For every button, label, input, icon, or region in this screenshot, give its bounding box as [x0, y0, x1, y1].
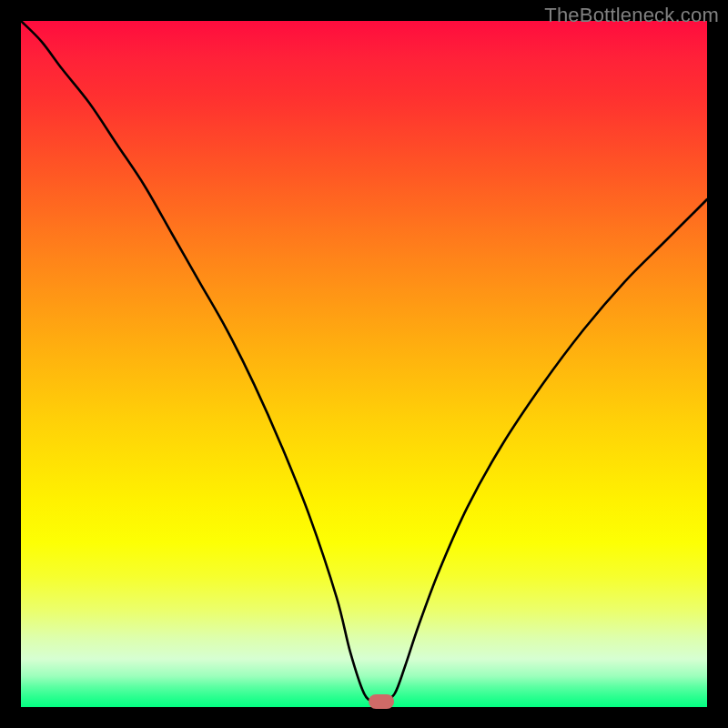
- bottleneck-curve: [21, 21, 707, 703]
- optimum-marker: [369, 694, 394, 709]
- curve-layer: [21, 21, 707, 707]
- chart-frame: TheBottleneck.com: [0, 0, 728, 728]
- watermark-text: TheBottleneck.com: [544, 4, 719, 27]
- plot-area: [21, 21, 707, 707]
